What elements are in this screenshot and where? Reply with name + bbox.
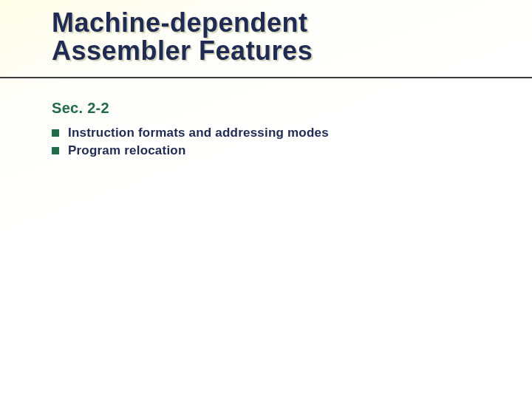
- slide-title: Machine-dependent Assembler Features: [52, 9, 313, 65]
- section-heading: Sec. 2-2: [52, 100, 109, 117]
- list-item-text: Instruction formats and addressing modes: [68, 126, 329, 140]
- list-item: Instruction formats and addressing modes: [52, 126, 329, 140]
- square-bullet-icon: [52, 129, 59, 137]
- list-item-text: Program relocation: [68, 143, 185, 158]
- slide-title-line-2: Assembler Features: [52, 37, 313, 65]
- slide-title-line-1: Machine-dependent: [52, 9, 313, 37]
- square-bullet-icon: [52, 147, 59, 154]
- slide: Machine-dependent Assembler Features Sec…: [0, 0, 532, 399]
- title-underline: [0, 77, 532, 78]
- bullet-list: Instruction formats and addressing modes…: [52, 126, 329, 161]
- list-item: Program relocation: [52, 143, 329, 158]
